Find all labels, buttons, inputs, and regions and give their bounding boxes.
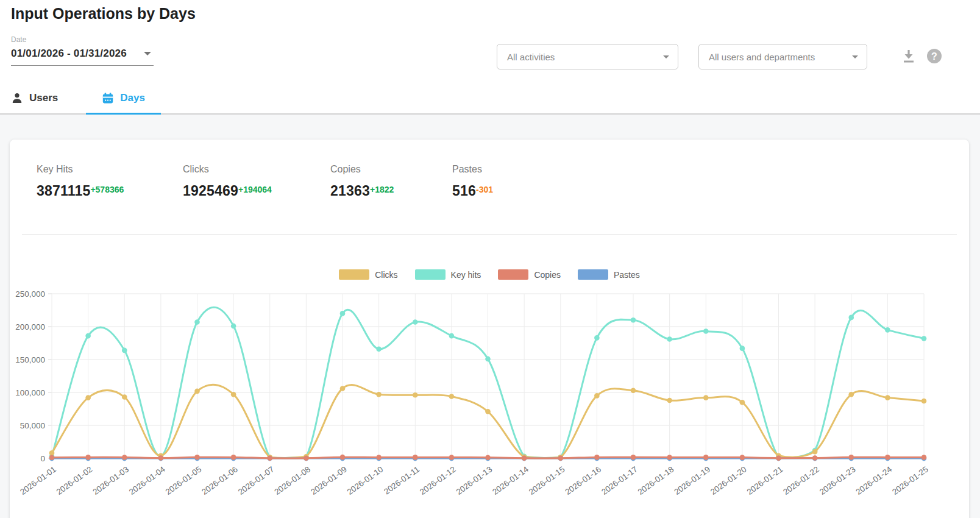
y-axis-label: 50,000: [20, 421, 45, 430]
data-point[interactable]: [340, 311, 346, 316]
stat-delta: -301: [476, 185, 493, 194]
calendar-icon: [102, 92, 114, 104]
data-point[interactable]: [885, 395, 890, 400]
legend-item-key-hits[interactable]: Key hits: [415, 269, 481, 280]
stat-clicks: Clicks 1925469+194064: [183, 164, 330, 199]
data-point[interactable]: [776, 455, 781, 461]
data-point[interactable]: [194, 455, 200, 460]
data-point[interactable]: [885, 455, 890, 460]
page-header: Input Operations by Days Date 01/01/2026…: [0, 0, 980, 115]
data-point[interactable]: [158, 455, 164, 461]
data-point[interactable]: [231, 324, 236, 329]
data-point[interactable]: [558, 455, 563, 461]
data-point[interactable]: [49, 450, 55, 456]
data-point[interactable]: [194, 319, 200, 325]
stat-label: Key Hits: [37, 164, 183, 175]
caret-down-icon: [852, 55, 858, 59]
help-button[interactable]: ?: [926, 48, 942, 64]
data-point[interactable]: [594, 455, 600, 460]
users-departments-dropdown[interactable]: All users and departments: [698, 44, 867, 69]
data-point[interactable]: [376, 346, 382, 352]
data-point[interactable]: [631, 455, 636, 460]
data-point[interactable]: [667, 455, 672, 460]
data-point[interactable]: [449, 455, 455, 460]
data-point[interactable]: [340, 455, 346, 460]
x-axis-label: 2026-01-05: [164, 464, 204, 497]
data-point[interactable]: [631, 388, 636, 393]
users-dropdown-value: All users and departments: [709, 52, 815, 62]
data-point[interactable]: [703, 395, 709, 400]
data-point[interactable]: [376, 455, 382, 460]
x-axis-label: 2026-01-07: [236, 464, 276, 497]
date-range-picker[interactable]: Date 01/01/2026 - 01/31/2026: [11, 35, 154, 66]
data-point[interactable]: [122, 348, 127, 353]
card-divider: [22, 234, 957, 235]
data-point[interactable]: [740, 400, 745, 405]
help-circle-icon: ?: [926, 48, 942, 64]
download-button[interactable]: [900, 48, 917, 66]
data-point[interactable]: [848, 392, 854, 397]
data-point[interactable]: [413, 319, 418, 325]
x-axis-label: 2026-01-17: [600, 464, 639, 497]
data-point[interactable]: [376, 392, 382, 397]
data-point[interactable]: [848, 315, 854, 321]
data-point[interactable]: [413, 455, 418, 460]
data-point[interactable]: [812, 455, 818, 461]
tab-users[interactable]: Users: [11, 82, 66, 113]
data-point[interactable]: [631, 318, 636, 323]
data-point[interactable]: [740, 455, 745, 460]
data-point[interactable]: [85, 333, 91, 339]
data-point[interactable]: [485, 455, 491, 460]
x-axis-label: 2026-01-09: [309, 464, 349, 497]
data-point[interactable]: [122, 394, 127, 400]
data-point[interactable]: [485, 409, 491, 414]
line-chart[interactable]: 050,000100,000150,000200,000250,0002026-…: [10, 283, 969, 498]
data-point[interactable]: [594, 335, 600, 341]
data-point[interactable]: [304, 455, 309, 461]
data-point[interactable]: [594, 393, 600, 399]
data-point[interactable]: [85, 395, 91, 400]
data-point[interactable]: [340, 386, 346, 391]
legend-label: Pastes: [614, 270, 640, 280]
legend-item-clicks[interactable]: Clicks: [339, 269, 397, 280]
stat-copies: Copies 21363+1822: [330, 164, 452, 199]
data-point[interactable]: [231, 455, 236, 460]
tab-days[interactable]: Days: [86, 82, 161, 113]
data-point[interactable]: [122, 455, 127, 460]
data-point[interactable]: [703, 328, 709, 334]
data-point[interactable]: [740, 346, 745, 351]
y-axis-label: 100,000: [15, 388, 45, 397]
data-point[interactable]: [921, 399, 927, 404]
data-point[interactable]: [921, 455, 927, 460]
chart-area: 050,000100,000150,000200,000250,0002026-…: [10, 283, 969, 500]
data-point[interactable]: [231, 392, 236, 397]
legend-item-pastes[interactable]: Pastes: [578, 269, 640, 280]
activities-dropdown[interactable]: All activities: [497, 44, 678, 69]
tab-days-label: Days: [120, 92, 145, 104]
x-axis-label: 2026-01-10: [346, 464, 385, 497]
legend-item-copies[interactable]: Copies: [498, 269, 561, 280]
data-point[interactable]: [49, 455, 55, 460]
data-point[interactable]: [522, 455, 527, 461]
data-point[interactable]: [485, 357, 491, 362]
data-point[interactable]: [194, 389, 200, 394]
report-card: Key Hits 3871115+578366 Clicks 1925469+1…: [10, 140, 969, 518]
data-point[interactable]: [848, 455, 854, 460]
data-point[interactable]: [667, 398, 672, 403]
chart-legend: ClicksKey hitsCopiesPastes: [10, 269, 969, 280]
data-point[interactable]: [449, 333, 455, 339]
x-axis-label: 2026-01-15: [527, 464, 567, 497]
x-axis-label: 2026-01-16: [563, 464, 603, 497]
stat-pastes: Pastes 516-301: [452, 164, 493, 199]
data-point[interactable]: [812, 449, 818, 455]
x-axis-label: 2026-01-22: [781, 464, 821, 497]
data-point[interactable]: [667, 336, 672, 342]
data-point[interactable]: [885, 327, 890, 333]
data-point[interactable]: [703, 455, 709, 460]
data-point[interactable]: [413, 392, 418, 398]
data-point[interactable]: [267, 455, 272, 461]
data-point[interactable]: [921, 336, 927, 341]
x-axis-label: 2026-01-21: [745, 464, 785, 497]
data-point[interactable]: [449, 394, 455, 399]
data-point[interactable]: [85, 455, 91, 460]
